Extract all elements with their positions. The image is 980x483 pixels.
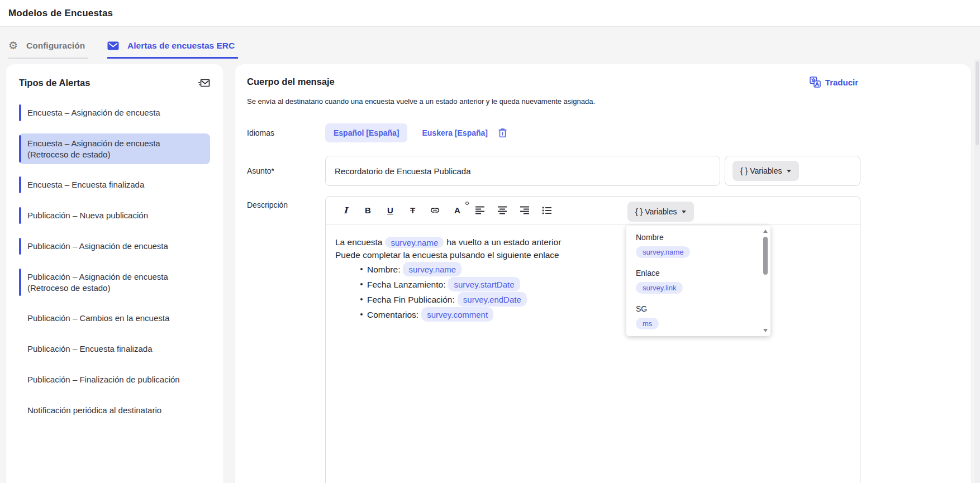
editor-bullet: Fecha Fin Publicación: survey.endDate [335,292,849,307]
alert-item-publicacion-encuesta-finalizada[interactable]: Publicación – Encuesta finalizada [19,339,210,359]
alert-item-nueva-publicacion[interactable]: Publicación – Nueva publicación [19,205,210,226]
bullet-dot [360,298,363,300]
bullet-dot [360,313,363,315]
content-area: Tipos de Alertas Encuesta – Asignación d… [0,59,980,483]
variable-option[interactable]: survey.name [636,246,690,258]
underline-icon[interactable]: U [382,202,399,219]
active-indicator-bar [19,104,21,121]
bold-icon[interactable]: B [359,202,377,219]
variable-group-label: Nombre [636,233,754,242]
variable-chip[interactable]: survey.comment [421,307,493,322]
align-right-icon[interactable] [516,202,533,219]
variables-dropdown: Nombre survey.name Enlace survey.link SG… [626,226,770,336]
scrollbar-thumb[interactable] [763,237,768,275]
delete-language-icon[interactable] [498,128,507,138]
chevron-down-icon [787,170,791,173]
language-chip-euskera[interactable]: Euskera [España] [422,128,488,137]
bullet-dot [360,268,363,270]
alert-types-panel: Tipos de Alertas Encuesta – Asignación d… [6,64,223,483]
alert-item-publicacion-asignacion[interactable]: Publicación – Asignación de encuesta [19,236,210,256]
link-icon[interactable] [426,202,444,219]
message-body-panel: Cuerpo del mensaje Traducir [235,64,971,483]
active-indicator-bar [19,269,21,297]
page-header: Modelos de Encuestas [0,0,980,27]
variable-chip[interactable]: survey.name [385,237,444,248]
editor-bullet: Fecha Lanzamiento: survey.startDate [335,277,849,291]
panel-title: Cuerpo del mensaje [247,76,335,87]
tab-configuracion[interactable]: ⚙ Configuración [8,40,88,59]
language-chip-espanol[interactable]: Español [España] [325,123,407,142]
translate-button[interactable]: Traducir [810,76,858,88]
translate-icon [810,76,821,88]
align-center-icon[interactable] [493,202,511,219]
page-scrollbar-thumb[interactable] [976,61,979,145]
page-title: Modelos de Encuestas [8,8,113,19]
alert-item-cambios-encuesta[interactable]: Publicación – Cambios en la encuesta [19,308,210,328]
tab-bar: ⚙ Configuración Alertas de encuestas ERC [0,27,980,59]
asunto-label: Asunto* [247,166,325,175]
subject-variables-button[interactable]: { } Variables [732,161,799,181]
alert-item-finalizacion-publicacion[interactable]: Publicación – Finalización de publicació… [19,370,210,390]
subject-variables-box: { } Variables [725,156,860,186]
editor-line: Puede completar la encuesta pulsando el … [335,248,849,261]
variable-chip[interactable]: survey.endDate [458,292,527,307]
alert-item-publicacion-asignacion-retroceso[interactable]: Publicación – Asignación de encuesta (Re… [19,267,210,298]
scroll-up-icon[interactable] [763,229,768,233]
dropdown-scrollbar[interactable] [762,228,769,334]
active-indicator-bar [19,176,21,193]
tab-configuracion-label: Configuración [26,41,85,51]
font-color-icon[interactable]: A [449,202,466,219]
alert-item-encuesta-asignacion[interactable]: Encuesta – Asignación de encuesta [19,103,210,123]
scroll-down-icon[interactable] [763,329,768,332]
variable-group-label: SG [636,304,754,313]
alert-types-title: Tipos de Alertas [19,78,90,88]
alert-description: Se envía al destinatario cuando una encu… [247,97,958,106]
editor-toolbar: I B U T A [326,197,860,224]
editor-content[interactable]: La encuestasurvey.nameha vuelto a un est… [326,224,860,322]
variable-chip[interactable]: survey.startDate [448,277,520,291]
tab-alertas-erc-label: Alertas de encuestas ERC [127,41,235,51]
alert-item-encuesta-asignacion-retroceso[interactable]: Encuesta – Asignación de encuesta (Retro… [19,133,210,165]
active-indicator-bar [19,135,21,163]
editor-bullet: Nombre: survey.name [335,262,849,276]
variable-group-label: Enlace [636,269,754,278]
envelope-icon [107,41,119,50]
editor-variables-button[interactable]: { } Variables [627,202,694,222]
variable-option[interactable]: survey.link [636,282,683,294]
italic-icon[interactable]: I [337,202,354,219]
idiomas-label: Idiomas [247,128,325,137]
strikethrough-icon[interactable]: T [404,202,421,219]
align-left-icon[interactable] [471,202,488,219]
editor-bullet: Comentarios: survey.comment [335,307,849,322]
variable-option[interactable]: ms [636,318,659,329]
active-indicator-bar [19,207,21,224]
tab-alertas-erc[interactable]: Alertas de encuestas ERC [107,41,238,59]
alert-type-list: Encuesta – Asignación de encuesta Encues… [19,103,210,420]
bullet-dot [360,283,363,285]
chevron-down-icon [682,211,686,213]
gear-icon: ⚙ [8,40,18,51]
subject-input[interactable] [325,156,720,186]
active-indicator-bar [19,238,21,255]
alert-item-encuesta-finalizada[interactable]: Encuesta – Encuesta finalizada [19,175,210,195]
descripcion-label: Descripción [247,196,325,209]
rich-text-editor: I B U T A [325,196,860,483]
page-scrollbar[interactable] [974,59,980,483]
send-mail-icon[interactable] [198,78,210,88]
editor-line: La encuestasurvey.nameha vuelto a un est… [335,236,849,248]
alert-item-notificacion-periodica[interactable]: Notificación periódica al destinatario [19,400,210,420]
variable-chip[interactable]: survey.name [403,262,462,276]
bullet-list-icon[interactable] [538,202,555,219]
translate-label: Traducir [825,78,858,87]
